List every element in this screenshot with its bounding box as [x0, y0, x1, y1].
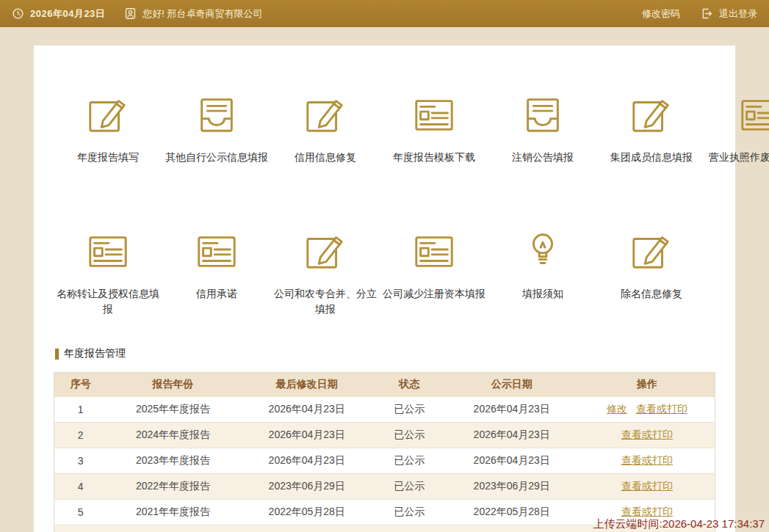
- shortcut-item-7[interactable]: 名称转让及授权信息填报: [54, 228, 162, 318]
- shortcut-label: 除名信息修复: [597, 286, 706, 302]
- table-row: 22024年年度报告2026年04月23日已公示2026年04月23日查看或打印: [54, 423, 715, 448]
- cell-no: 2: [54, 423, 107, 448]
- cell-status: 已公示: [375, 500, 444, 525]
- shortcut-item-8[interactable]: 信用承诺: [162, 228, 271, 318]
- shortcut-item-9[interactable]: 公司和农专合并、分立填报: [271, 228, 380, 318]
- cell-status: 已公示: [375, 448, 444, 474]
- bulb-icon: [520, 228, 566, 274]
- shortcut-label: 营业执照作废声明填报: [706, 150, 769, 166]
- shortcut-grid: 年度报告填写其他自行公示信息填报信用信息修复年度报告模板下载注销公告填报集团成员…: [54, 92, 715, 318]
- cell-modified: 2026年04月23日: [239, 423, 375, 448]
- logout-link[interactable]: 退出登录: [719, 7, 757, 21]
- date-group: 2026年04月23日: [12, 7, 105, 21]
- cell-actions: 查看或打印: [580, 474, 715, 500]
- cell-published: 2023年06月29日: [444, 474, 580, 500]
- top-bar: 2026年04月23日 您好! 邢台卓奇商贸有限公司 修改密码 退出登录: [0, 0, 769, 27]
- cell-status: 已公示: [375, 474, 444, 500]
- section-title: 年度报告管理: [64, 347, 126, 360]
- shortcut-label: 信用承诺: [162, 286, 271, 302]
- shortcut-item-12[interactable]: 除名信息修复: [597, 228, 706, 318]
- shortcut-label: 信用信息修复: [271, 150, 380, 166]
- user-group: 您好! 邢台卓奇商贸有限公司: [124, 7, 262, 21]
- column-header: 最后修改日期: [239, 373, 375, 397]
- doc-icon: [411, 92, 457, 137]
- report-table-head-row: 序号报告年份最后修改日期状态公示日期操作: [54, 373, 715, 397]
- shortcut-item-6[interactable]: 营业执照作废声明填报: [706, 92, 769, 166]
- action-link[interactable]: 查看或打印: [636, 403, 687, 415]
- edit-icon: [629, 228, 674, 274]
- cell-actions: 查看或打印: [580, 448, 715, 474]
- greeting-text: 您好! 邢台卓奇商贸有限公司: [142, 7, 262, 21]
- cell-no: 5: [54, 500, 107, 525]
- cell-modified: 2021年06月16日: [239, 525, 375, 532]
- shortcut-item-2[interactable]: 信用信息修复: [271, 92, 380, 166]
- table-row: 12025年年度报告2026年04月23日已公示2026年04月23日修改 查看…: [54, 397, 715, 423]
- tray-icon: [520, 92, 566, 137]
- tray-icon: [194, 92, 239, 137]
- shortcut-label: 注销公告填报: [488, 150, 597, 166]
- cell-year: 2023年年度报告: [107, 448, 239, 474]
- current-date: 2026年04月23日: [30, 7, 105, 21]
- cell-status: 已公示: [375, 397, 444, 423]
- shortcut-item-5[interactable]: 集团成员信息填报: [597, 92, 706, 166]
- edit-icon: [85, 92, 131, 137]
- cell-no: 6: [54, 525, 107, 532]
- cell-modified: 2026年04月23日: [239, 397, 375, 423]
- logout-group[interactable]: 退出登录: [701, 7, 757, 21]
- cell-year: 2024年年度报告: [107, 423, 239, 448]
- doc-icon: [737, 92, 769, 137]
- table-row: 32023年年度报告2026年04月23日已公示2026年04月23日查看或打印: [54, 448, 715, 474]
- edit-icon: [303, 228, 348, 274]
- cell-published: 2026年04月23日: [444, 397, 580, 423]
- cell-modified: 2026年04月23日: [239, 448, 375, 474]
- shortcut-item-3[interactable]: 年度报告模板下载: [380, 92, 488, 166]
- section-marker-bar: [55, 349, 59, 360]
- cell-published: 2026年04月23日: [444, 448, 580, 474]
- shortcut-label: 填报须知: [488, 286, 597, 302]
- cell-year: 2025年年度报告: [107, 397, 239, 423]
- action-link[interactable]: 查看或打印: [621, 454, 673, 466]
- shortcut-label: 公司和农专合并、分立填报: [271, 286, 380, 318]
- column-header: 报告年份: [107, 373, 239, 397]
- cell-year: 2021年年度报告: [107, 500, 239, 525]
- shortcut-item-4[interactable]: 注销公告填报: [488, 92, 597, 166]
- upload-time-watermark: 上传云端时间:2026-04-23 17:34:37: [593, 517, 765, 531]
- shortcut-label: 公司减少注册资本填报: [380, 286, 488, 302]
- action-link[interactable]: 修改: [607, 403, 627, 415]
- doc-icon: [411, 228, 457, 274]
- cell-actions: 查看或打印: [580, 423, 715, 448]
- shortcut-item-1[interactable]: 其他自行公示信息填报: [162, 92, 271, 166]
- annual-report-table: 序号报告年份最后修改日期状态公示日期操作 12025年年度报告2026年04月2…: [54, 372, 715, 532]
- action-link[interactable]: 查看或打印: [621, 480, 673, 492]
- table-row: 42022年年度报告2023年06月29日已公示2023年06月29日查看或打印: [54, 474, 715, 500]
- shortcut-item-11[interactable]: 填报须知: [488, 228, 597, 318]
- cell-modified: 2023年06月29日: [239, 474, 375, 500]
- cell-published: 2026年04月23日: [444, 423, 580, 448]
- shortcut-item-0[interactable]: 年度报告填写: [54, 92, 162, 166]
- cell-actions: 修改 查看或打印: [580, 397, 715, 423]
- cell-status: 已公示: [375, 423, 444, 448]
- shortcut-label: 年度报告填写: [54, 150, 162, 166]
- doc-icon: [85, 228, 131, 274]
- cell-year: 2022年年度报告: [107, 474, 239, 500]
- cell-no: 1: [54, 397, 107, 423]
- action-link[interactable]: 查看或打印: [621, 429, 673, 440]
- cell-status: 已公示: [375, 525, 444, 532]
- shortcut-label: 其他自行公示信息填报: [162, 150, 271, 166]
- report-table-body: 12025年年度报告2026年04月23日已公示2026年04月23日修改 查看…: [54, 397, 715, 532]
- action-link[interactable]: 查看或打印: [621, 506, 673, 517]
- cell-year: 2020年年度报告: [107, 525, 239, 532]
- column-header: 公示日期: [444, 373, 580, 397]
- edit-icon: [303, 92, 348, 137]
- cell-no: 3: [54, 448, 107, 474]
- main-card: 年度报告填写其他自行公示信息填报信用信息修复年度报告模板下载注销公告填报集团成员…: [34, 45, 735, 532]
- cell-published: 2022年05月28日: [444, 500, 580, 525]
- column-header: 序号: [54, 373, 107, 397]
- cell-no: 4: [54, 474, 107, 500]
- annual-report-section-header: 年度报告管理: [55, 347, 714, 360]
- column-header: 操作: [580, 373, 715, 397]
- shortcut-item-10[interactable]: 公司减少注册资本填报: [380, 228, 488, 318]
- user-icon: [124, 7, 137, 20]
- shortcut-label: 名称转让及授权信息填报: [54, 286, 162, 318]
- change-password-link[interactable]: 修改密码: [642, 7, 680, 21]
